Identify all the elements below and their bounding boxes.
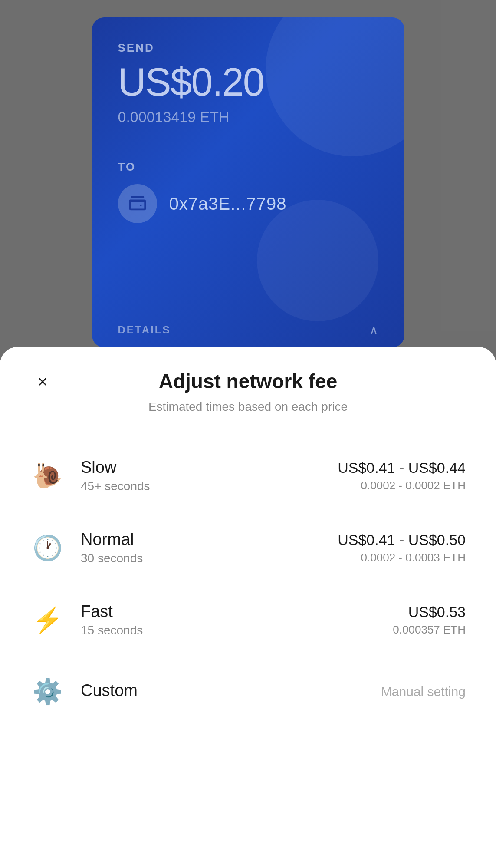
custom-price: Manual setting xyxy=(381,684,466,699)
details-label: DETAILS xyxy=(118,324,171,336)
slow-name: Slow xyxy=(81,458,338,477)
fee-option-normal[interactable]: 🕐Normal30 secondsUS$0.41 - US$0.500.0002… xyxy=(30,512,466,584)
slow-price-eth: 0.0002 - 0.0002 ETH xyxy=(338,479,466,492)
slow-info: Slow45+ seconds xyxy=(81,458,338,493)
slow-price: US$0.41 - US$0.440.0002 - 0.0002 ETH xyxy=(338,459,466,492)
normal-price: US$0.41 - US$0.500.0002 - 0.0003 ETH xyxy=(338,531,466,564)
normal-name: Normal xyxy=(81,530,338,549)
fee-option-slow[interactable]: 🐌Slow45+ secondsUS$0.41 - US$0.440.0002 … xyxy=(30,440,466,512)
custom-manual-label: Manual setting xyxy=(381,684,466,699)
normal-price-eth: 0.0002 - 0.0003 ETH xyxy=(338,551,466,564)
to-label: TO xyxy=(118,160,378,174)
fee-option-fast[interactable]: ⚡Fast15 secondsUS$0.530.000357 ETH xyxy=(30,584,466,656)
slow-price-usd: US$0.41 - US$0.44 xyxy=(338,459,466,476)
fee-options-list: 🐌Slow45+ secondsUS$0.41 - US$0.440.0002 … xyxy=(30,440,466,727)
normal-price-usd: US$0.41 - US$0.50 xyxy=(338,531,466,548)
fast-icon: ⚡ xyxy=(30,603,65,637)
details-bar[interactable]: DETAILS ∧ xyxy=(92,313,404,347)
bottom-sheet: × Adjust network fee Estimated times bas… xyxy=(0,347,496,868)
custom-name: Custom xyxy=(81,681,381,700)
fee-option-custom[interactable]: ⚙️CustomManual setting xyxy=(30,656,466,727)
sheet-subtitle: Estimated times based on each price xyxy=(30,400,466,414)
slow-time: 45+ seconds xyxy=(81,479,338,493)
custom-icon: ⚙️ xyxy=(30,674,65,709)
fast-info: Fast15 seconds xyxy=(81,602,393,637)
wallet-icon-circle xyxy=(118,184,157,223)
send-label: SEND xyxy=(118,41,378,55)
normal-icon: 🕐 xyxy=(30,531,65,565)
normal-time: 30 seconds xyxy=(81,551,338,565)
fast-price-eth: 0.000357 ETH xyxy=(393,623,466,637)
wallet-icon xyxy=(128,194,148,214)
wallet-address: 0x7a3E...7798 xyxy=(169,194,287,214)
normal-info: Normal30 seconds xyxy=(81,530,338,565)
fast-price-usd: US$0.53 xyxy=(393,604,466,620)
fast-time: 15 seconds xyxy=(81,624,393,637)
custom-info: Custom xyxy=(81,681,381,703)
sheet-header: × Adjust network fee xyxy=(30,370,466,393)
send-amount-eth: 0.00013419 ETH xyxy=(118,109,378,125)
sheet-title: Adjust network fee xyxy=(159,370,338,393)
fast-name: Fast xyxy=(81,602,393,621)
send-card: SEND US$0.20 0.00013419 ETH TO 0x7a3E...… xyxy=(92,17,404,347)
to-address-row: 0x7a3E...7798 xyxy=(118,184,378,223)
send-amount-usd: US$0.20 xyxy=(118,63,378,102)
fast-price: US$0.530.000357 ETH xyxy=(393,604,466,637)
close-button[interactable]: × xyxy=(30,370,55,394)
chevron-up-icon: ∧ xyxy=(369,323,378,337)
slow-icon: 🐌 xyxy=(30,459,65,493)
